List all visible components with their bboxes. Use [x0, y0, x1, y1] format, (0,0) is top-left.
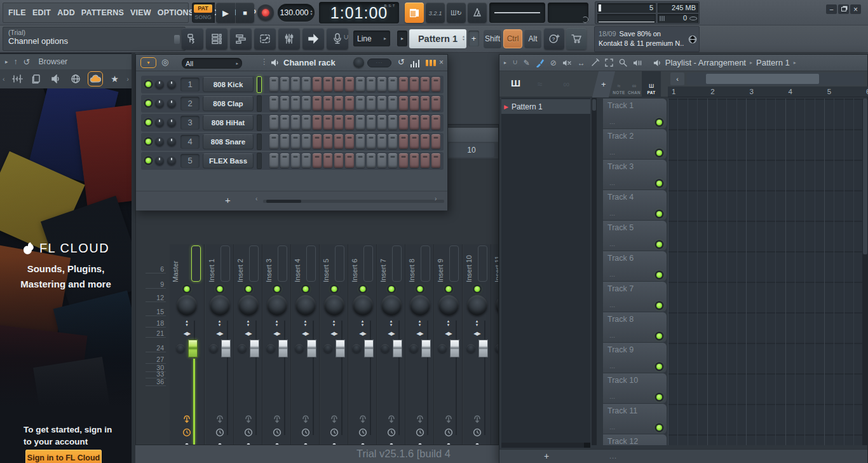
step-button[interactable] [323, 153, 332, 168]
tab-files[interactable] [29, 71, 44, 86]
step-button[interactable] [367, 96, 376, 111]
mixer-strip-label-area[interactable]: Insert 5 [320, 244, 348, 284]
track-name[interactable]: Track 12 [607, 437, 638, 445]
stereo-separation-icon[interactable]: ▴▾ [304, 319, 307, 327]
mixer-button[interactable] [278, 28, 300, 50]
stereo-separation-icon[interactable]: ▴▾ [447, 319, 450, 327]
track-header[interactable]: Track 5... [603, 221, 667, 251]
stereo-separation-icon[interactable]: ▴▾ [362, 319, 364, 327]
slip-tool-icon[interactable]: ↔ [578, 59, 585, 67]
tab-fl-cloud[interactable] [88, 71, 103, 86]
rack-close-icon[interactable]: × [439, 58, 444, 67]
picker-tab-chan[interactable]: ∞CHAN [627, 71, 642, 97]
track-name[interactable]: Track 4 [607, 193, 634, 202]
fader-track[interactable] [341, 321, 342, 435]
channel-volume-knob[interactable] [155, 137, 164, 146]
step-button[interactable] [410, 134, 419, 149]
clock-icon[interactable] [358, 428, 367, 437]
track-name[interactable]: Track 11 [607, 406, 637, 415]
channel-mute-led[interactable] [146, 81, 151, 87]
timeline-scroll-left[interactable]: ‹ [670, 73, 684, 85]
strip-knob[interactable] [176, 344, 185, 353]
menu-item-view[interactable]: VIEW [130, 8, 151, 17]
channel-number[interactable]: 2 [180, 97, 200, 111]
step-button[interactable] [345, 77, 354, 92]
track-name[interactable]: Track 2 [607, 132, 634, 141]
mixer-strip-label-area[interactable]: Insert 4 [292, 244, 319, 284]
step-button[interactable] [377, 96, 386, 111]
track-enable-led[interactable] [656, 364, 662, 370]
channel-pan-knob[interactable] [167, 99, 176, 108]
mixer-strip-label-area[interactable]: Insert 1 [206, 244, 233, 284]
snap-dropdown[interactable]: Line ▸ [353, 31, 390, 46]
mixer-strip-label-area[interactable]: Insert 10 [463, 244, 491, 284]
volume-fader[interactable] [336, 340, 345, 357]
step-button[interactable] [356, 115, 365, 130]
track-header[interactable]: Track 11... [603, 404, 667, 434]
menu-item-patterns[interactable]: PATTERNS [81, 8, 124, 17]
channel-mute-led[interactable] [146, 100, 151, 106]
clock-icon[interactable] [330, 428, 339, 437]
channel-rack-titlebar[interactable]: ▾ ◎ All▸ ⋮ Channel rack ··· ↺ × [136, 55, 447, 71]
picker-panel-button[interactable] [182, 28, 203, 50]
rack-scroll-thumb[interactable] [266, 200, 301, 203]
snap-magnet-icon[interactable]: ∩ [343, 33, 349, 43]
clock-icon[interactable] [273, 428, 281, 437]
channel-pan-knob[interactable] [167, 137, 176, 146]
mixer-strip-label-area[interactable]: Insert 6 [349, 244, 376, 284]
step-button[interactable] [367, 115, 376, 130]
picker-automation-icon[interactable]: ∞ [563, 79, 569, 89]
step-button[interactable] [431, 96, 440, 111]
step-button[interactable] [421, 153, 430, 168]
step-button[interactable] [388, 153, 397, 168]
step-button[interactable] [280, 77, 289, 92]
step-button[interactable] [421, 134, 430, 149]
step-button[interactable] [313, 77, 322, 92]
track-options[interactable]: ... [609, 179, 615, 186]
mixer-strip[interactable]: Insert 11▴▾◀▶∧ [492, 244, 499, 445]
news-notification[interactable]: 18/09Save 80% on Kontakt 8 & 11 premium … [594, 26, 700, 52]
channel-pan-knob[interactable] [167, 156, 176, 165]
clock-icon[interactable] [444, 428, 453, 437]
mixer-strip-led[interactable] [184, 286, 190, 292]
song-mode-label[interactable]: SONG [194, 14, 212, 20]
stereo-separation-icon[interactable]: ▴▾ [276, 319, 278, 327]
step-button[interactable] [323, 115, 332, 130]
playlist-titlebar[interactable]: ▸ ∩ ✎ ⊘ ↔ Playlist - Arrangement ▸ Patte… [499, 55, 867, 71]
track-header[interactable]: Track 6... [603, 251, 667, 281]
channel-select-indicator[interactable] [257, 153, 262, 169]
metronome-button[interactable] [468, 3, 487, 23]
step-button[interactable] [269, 153, 278, 168]
step-button[interactable] [356, 134, 365, 149]
track-enable-led[interactable] [656, 394, 662, 400]
track-name[interactable]: Track 6 [607, 254, 634, 263]
mixer-strip-label-area[interactable]: Master [170, 244, 204, 284]
rack-detach-handle-icon[interactable]: ⋮ [261, 57, 268, 66]
mixer-strip-led[interactable] [360, 286, 365, 292]
step-button[interactable] [431, 115, 440, 130]
channel-name-button[interactable]: 808 Kick [203, 77, 254, 92]
step-button[interactable] [388, 96, 397, 111]
step-button[interactable] [367, 134, 376, 149]
step-button[interactable] [345, 96, 354, 111]
channel-name-button[interactable]: FLEX Bass [203, 153, 254, 169]
rack-scrollbar[interactable] [263, 200, 444, 203]
track-options[interactable]: ... [609, 362, 615, 370]
fader-track[interactable] [255, 321, 257, 435]
mixer-pan-knob[interactable] [238, 295, 259, 315]
pan-arrows-icon[interactable]: ◀▶ [302, 331, 308, 336]
mixer-strip-label-area[interactable]: Insert 3 [263, 244, 290, 284]
playback-tool-icon[interactable] [633, 59, 642, 67]
record-arm-icon[interactable] [388, 415, 395, 424]
channel-pan-knob[interactable] [167, 80, 176, 89]
oscilloscope-panel[interactable] [489, 3, 545, 23]
mixer-strip-led[interactable] [417, 286, 423, 292]
step-button[interactable] [334, 134, 343, 149]
playlist-breadcrumb[interactable]: Pattern 1 [756, 58, 790, 67]
delete-tool-icon[interactable]: ⊘ [550, 59, 557, 67]
step-button[interactable] [421, 96, 430, 111]
close-button[interactable]: × [850, 4, 861, 14]
track-header[interactable]: Track 7... [603, 282, 667, 312]
channel-select-indicator[interactable] [257, 114, 262, 131]
step-button[interactable] [313, 96, 322, 111]
